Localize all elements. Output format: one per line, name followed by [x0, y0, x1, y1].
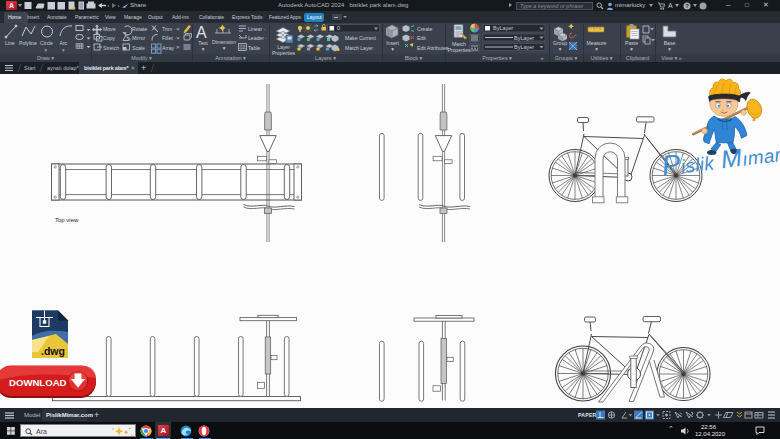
- svg-text:ByLayer: ByLayer: [514, 44, 534, 50]
- svg-text:Top view: Top view: [55, 217, 79, 223]
- svg-text:.dwg: .dwg: [41, 345, 65, 357]
- svg-text:?: ?: [685, 3, 689, 9]
- svg-text:ByLayer: ByLayer: [514, 35, 534, 41]
- svg-text:ByLayer: ByLayer: [493, 25, 513, 31]
- svg-text:0: 0: [337, 25, 340, 31]
- svg-text:A: A: [196, 24, 207, 41]
- svg-text:DOWNLOAD: DOWNLOAD: [9, 377, 67, 388]
